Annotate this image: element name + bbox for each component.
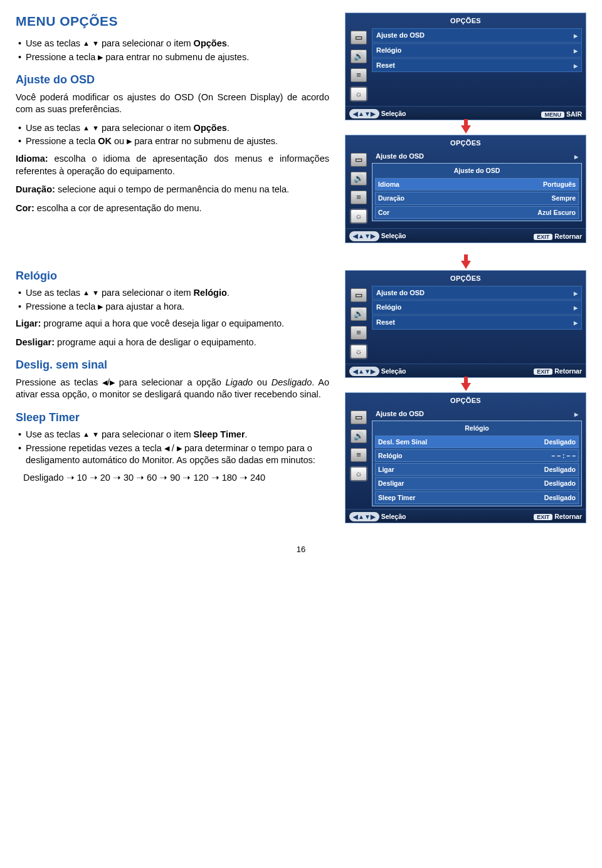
picture-icon[interactable]: ▭ [351, 31, 367, 44]
osd-sub-relogio[interactable]: Relógio– – : – – [375, 449, 579, 462]
osd-submenu-relogio: Relógio Desl. Sem SinalDesligado Relógio… [372, 421, 582, 506]
down-icon: ▼ [92, 288, 99, 298]
osd-item-reset[interactable]: Reset [372, 315, 582, 330]
nav-arrows-icon: ◀▲▼▶ [349, 109, 379, 119]
intro-bullet-1: Use as teclas ▲ ▼ para selecionar o item… [18, 38, 329, 50]
osd-icon-column: ▭ 🔊 ≡ ☼ [349, 150, 368, 226]
sound-icon[interactable]: 🔊 [351, 172, 367, 186]
osd-icon-column: ▭ 🔊 ≡ ☼ [349, 28, 368, 103]
sleep-bullet-1: Use as teclas ▲ ▼ para selecionar o item… [18, 429, 329, 441]
subhead-sleep: Sleep Timer [16, 410, 329, 425]
osd-item-ajuste[interactable]: Ajuste do OSD [372, 150, 582, 162]
osd-item-ajuste[interactable]: Ajuste do OSD [372, 28, 582, 43]
subhead-ajuste: Ajuste do OSD [16, 72, 329, 87]
osd-sub-ligar[interactable]: LigarDesligado [375, 463, 579, 476]
left-icon: ◀ [102, 378, 107, 387]
nav-arrows-icon: ◀▲▼▶ [349, 231, 379, 241]
sound-icon[interactable]: 🔊 [351, 307, 367, 321]
osd-footer: ◀▲▼▶ Seleção EXIT Retornar [346, 363, 586, 378]
picture-icon[interactable]: ▭ [351, 153, 367, 167]
settings-icon[interactable]: ☼ [351, 467, 367, 481]
osd-item-reset[interactable]: Reset [372, 58, 582, 73]
list-icon[interactable]: ≡ [351, 326, 367, 340]
picture-icon[interactable]: ▭ [351, 288, 367, 302]
nav-arrows-icon: ◀▲▼▶ [349, 367, 379, 377]
list-icon[interactable]: ≡ [351, 448, 367, 462]
down-icon: ▼ [92, 39, 99, 48]
chevron-right-icon [571, 303, 578, 312]
desligar-para: Desligar: programe aqui a hora de deslig… [16, 337, 329, 349]
chevron-right-icon [571, 318, 578, 327]
exit-button[interactable]: EXIT [534, 369, 552, 375]
up-icon: ▲ [83, 39, 90, 48]
osd-sub-cor[interactable]: CorAzul Escuro [375, 206, 579, 219]
settings-icon[interactable]: ☼ [351, 209, 367, 223]
page-number: 16 [16, 544, 586, 555]
osd-panel-1: OPÇÕES ▭ 🔊 ≡ ☼ Ajuste do OSD Relógio Res… [345, 13, 586, 120]
chevron-right-icon [571, 31, 578, 40]
up-icon: ▲ [83, 123, 90, 133]
intro-list: Use as teclas ▲ ▼ para selecionar o item… [16, 38, 329, 63]
picture-icon[interactable]: ▭ [351, 410, 367, 424]
flow-arrow-icon [461, 125, 471, 133]
osd-submenu-title: Relógio [375, 423, 579, 434]
intro-bullet-2: Pressione a tecla ▶ para entrar no subme… [18, 51, 329, 64]
nav-arrows-icon: ◀▲▼▶ [349, 512, 379, 522]
right-icon: ▶ [110, 378, 115, 387]
osd-footer: ◀▲▼▶ Seleção EXIT Retornar [346, 509, 586, 523]
chevron-right-icon [571, 46, 578, 55]
ajuste-bullet-2: Pressione a tecla OK ou ▶ para entrar no… [18, 135, 329, 148]
osd-panel-2: OPÇÕES ▭ 🔊 ≡ ☼ Ajuste do OSD Ajuste do O… [345, 135, 586, 243]
flow-arrow-icon [461, 383, 471, 391]
sound-icon[interactable]: 🔊 [351, 50, 367, 63]
subhead-deslig: Deslig. sem sinal [16, 357, 329, 372]
chevron-right-icon [571, 288, 578, 298]
exit-button[interactable]: EXIT [534, 234, 552, 240]
osd-item-ajuste[interactable]: Ajuste do OSD [372, 408, 582, 420]
duracao-para: Duração: selecione aqui o tempo de perma… [16, 184, 329, 196]
osd-sub-sleeptimer[interactable]: Sleep TimerDesligado [375, 491, 579, 504]
list-icon[interactable]: ≡ [351, 68, 367, 82]
osd-item-relogio[interactable]: Relógio [372, 300, 582, 315]
down-icon: ▼ [92, 430, 99, 439]
menu-button[interactable]: MENU [541, 112, 564, 118]
subhead-relogio: Relógio [16, 268, 329, 283]
osd-item-relogio[interactable]: Relógio [372, 43, 582, 58]
sound-icon[interactable]: 🔊 [351, 429, 367, 443]
page: MENU OPÇÕES Use as teclas ▲ ▼ para selec… [16, 13, 586, 555]
osd-panel-4: OPÇÕES ▭ 🔊 ≡ ☼ Ajuste do OSD Relógio [345, 392, 586, 523]
osd-title: OPÇÕES [349, 16, 582, 26]
flow-arrow-icon [461, 261, 471, 269]
sleep-bullet-2: Pressione repetidas vezes a tecla ◀ / ▶ … [18, 442, 329, 467]
chevron-right-icon [571, 61, 578, 70]
exit-button[interactable]: EXIT [534, 514, 552, 520]
osd-title: OPÇÕES [349, 396, 582, 405]
osd-icon-column: ▭ 🔊 ≡ ☼ [349, 408, 368, 506]
settings-icon[interactable]: ☼ [351, 87, 367, 101]
osd-sub-desligar[interactable]: DesligarDesligado [375, 477, 579, 489]
right-icon: ▶ [127, 137, 132, 146]
ajuste-bullet-1: Use as teclas ▲ ▼ para selecionar o item… [18, 122, 329, 135]
ajuste-desc: Você poderá modificar os ajustes do OSD … [16, 92, 329, 116]
osd-sub-duracao[interactable]: DuraçãoSempre [375, 192, 579, 204]
list-icon[interactable]: ≡ [351, 191, 367, 204]
sleep-sequence: Desligado ➝ 10 ➝ 20 ➝ 30 ➝ 60 ➝ 90 ➝ 120… [16, 472, 329, 484]
idioma-para: Idioma: escolha o idioma de apresentação… [16, 153, 329, 177]
osd-submenu-title: Ajuste do OSD [375, 165, 579, 177]
down-icon: ▼ [92, 123, 99, 133]
ligar-para: Ligar: programe aqui a hora que você des… [16, 318, 329, 330]
osd-icon-column: ▭ 🔊 ≡ ☼ [349, 286, 368, 361]
ajuste-list: Use as teclas ▲ ▼ para selecionar o item… [16, 122, 329, 148]
chevron-right-icon [572, 409, 578, 419]
up-icon: ▲ [83, 430, 90, 439]
osd-item-ajuste[interactable]: Ajuste do OSD [372, 286, 582, 300]
relogio-list: Use as teclas ▲ ▼ para selecionar o item… [16, 287, 329, 313]
settings-icon[interactable]: ☼ [351, 345, 367, 358]
up-icon: ▲ [83, 288, 90, 298]
osd-title: OPÇÕES [349, 274, 582, 283]
relogio-bullet-1: Use as teclas ▲ ▼ para selecionar o item… [18, 287, 329, 300]
osd-sub-idioma[interactable]: IdiomaPortuguês [375, 178, 579, 191]
cor-para: Cor: escolha a cor de apresentação do me… [16, 202, 329, 215]
relogio-bullet-2: Pressione a tecla ▶ para ajustar a hora. [18, 301, 329, 313]
osd-sub-deslsemsinal[interactable]: Desl. Sem SinalDesligado [375, 436, 579, 448]
